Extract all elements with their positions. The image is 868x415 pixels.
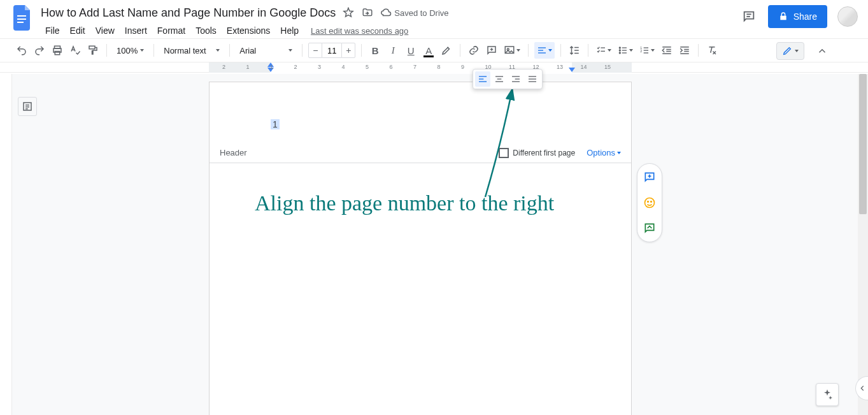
increase-indent-icon[interactable] <box>677 42 692 59</box>
toolbar: 100% Normal text Arial − + B I U A 12 <box>0 38 868 62</box>
font-family-select[interactable]: Arial <box>236 42 296 59</box>
highlight-icon[interactable] <box>439 42 454 59</box>
font-size-decrease[interactable]: − <box>308 43 322 58</box>
italic-icon[interactable]: I <box>385 42 401 59</box>
paint-format-icon[interactable] <box>85 42 101 59</box>
paragraph-style-select[interactable]: Normal text <box>160 42 224 59</box>
cloud-status[interactable]: Saved to Drive <box>380 7 448 18</box>
svg-point-23 <box>620 52 621 54</box>
horizontal-ruler[interactable]: 21123456789101112131415 <box>209 62 632 73</box>
explore-button[interactable] <box>816 383 839 406</box>
svg-point-61 <box>648 201 649 203</box>
page-number-field[interactable]: 1 <box>271 119 280 129</box>
checklist-icon[interactable] <box>594 42 613 59</box>
menu-insert[interactable]: Insert <box>120 24 152 37</box>
collapse-toolbar-icon[interactable] <box>813 42 831 60</box>
svg-rect-2 <box>17 22 24 23</box>
document-page[interactable]: 1 Header Different first page Options <box>209 82 632 415</box>
docs-logo[interactable] <box>10 5 36 31</box>
header-options-dropdown[interactable]: Options <box>587 148 621 157</box>
different-first-page-checkbox[interactable]: Different first page <box>499 148 575 158</box>
menu-view[interactable]: View <box>91 24 119 37</box>
saved-text: Saved to Drive <box>394 8 448 18</box>
vertical-ruler[interactable] <box>0 74 12 415</box>
menu-format[interactable]: Format <box>153 24 190 37</box>
star-icon[interactable] <box>342 6 355 19</box>
bold-icon[interactable]: B <box>367 42 383 59</box>
numbered-list-icon[interactable]: 12 <box>637 42 657 59</box>
svg-rect-8 <box>89 46 95 49</box>
menu-extensions[interactable]: Extensions <box>222 24 274 37</box>
editing-mode-button[interactable] <box>776 42 804 60</box>
font-size-increase[interactable]: + <box>341 43 355 58</box>
svg-text:2: 2 <box>641 49 643 53</box>
svg-point-21 <box>620 47 621 48</box>
svg-point-22 <box>620 50 621 51</box>
insert-image-icon[interactable] <box>502 42 522 59</box>
clear-formatting-icon[interactable] <box>704 42 720 59</box>
menu-help[interactable]: Help <box>276 24 303 37</box>
account-avatar[interactable] <box>837 6 858 27</box>
align-left-option[interactable] <box>475 71 490 87</box>
svg-point-62 <box>651 201 652 203</box>
add-comment-margin-icon[interactable] <box>643 170 657 184</box>
insert-link-icon[interactable] <box>466 42 481 59</box>
page-header-area[interactable]: 1 Header Different first page Options <box>210 82 631 143</box>
spellcheck-icon[interactable] <box>68 42 83 59</box>
workspace: 1 Header Different first page Options <box>0 74 858 415</box>
vertical-scrollbar[interactable] <box>858 74 868 415</box>
add-emoji-reaction-icon[interactable] <box>643 196 657 210</box>
move-icon[interactable] <box>361 6 374 19</box>
decrease-indent-icon[interactable] <box>659 42 674 59</box>
menu-tools[interactable]: Tools <box>191 24 221 37</box>
align-popover <box>473 69 543 89</box>
annotation-text: Align the page number to the right <box>255 191 554 215</box>
text-color-icon[interactable]: A <box>421 42 436 59</box>
align-justify-option[interactable] <box>525 71 540 87</box>
font-size-input[interactable] <box>322 43 341 58</box>
share-button[interactable]: Share <box>768 5 827 28</box>
margin-actions <box>637 163 662 242</box>
line-spacing-icon[interactable] <box>567 42 582 59</box>
document-outline-icon[interactable] <box>18 97 37 116</box>
align-dropdown[interactable] <box>534 42 555 59</box>
align-right-option[interactable] <box>508 71 523 87</box>
redo-icon[interactable] <box>32 42 47 59</box>
menu-edit[interactable]: Edit <box>66 24 90 37</box>
svg-rect-0 <box>17 15 26 17</box>
doc-title[interactable]: How to Add Last Name and Page Number in … <box>41 6 336 20</box>
align-center-option[interactable] <box>492 71 507 87</box>
last-edit-link[interactable]: Last edit was seconds ago <box>311 26 408 36</box>
zoom-select[interactable]: 100% <box>113 42 148 59</box>
underline-icon[interactable]: U <box>403 42 418 59</box>
undo-icon[interactable] <box>14 42 29 59</box>
menu-file[interactable]: File <box>41 24 64 37</box>
menu-bar: File Edit View Insert Format Tools Exten… <box>41 23 449 38</box>
header-label: Header <box>220 148 247 157</box>
bulleted-list-icon[interactable] <box>616 42 635 59</box>
open-comments-icon[interactable] <box>740 8 758 25</box>
share-label: Share <box>793 11 817 22</box>
add-comment-icon[interactable] <box>484 42 499 59</box>
print-icon[interactable] <box>50 42 65 59</box>
right-indent-marker[interactable] <box>569 68 575 72</box>
suggest-edits-icon[interactable] <box>643 221 657 235</box>
svg-point-60 <box>645 198 655 208</box>
svg-rect-1 <box>17 18 26 20</box>
